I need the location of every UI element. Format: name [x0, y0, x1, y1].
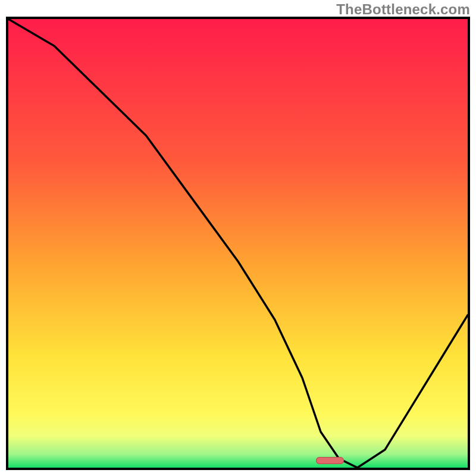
bottleneck-curve	[8, 19, 468, 468]
chart-stage: TheBottleneck.com	[0, 0, 476, 476]
optimal-range-marker	[316, 457, 343, 464]
watermark-text: TheBottleneck.com	[336, 1, 470, 18]
plot-frame	[6, 17, 470, 470]
